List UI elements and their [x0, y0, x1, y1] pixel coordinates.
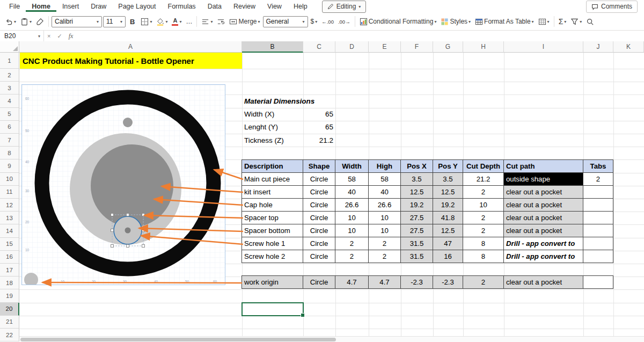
row-header-6[interactable]: 6 — [0, 121, 19, 134]
column-header-D[interactable]: D — [335, 41, 369, 53]
menu-tab-review[interactable]: Review — [228, 1, 261, 12]
table-cell[interactable]: Spacer top — [242, 212, 303, 224]
table-cell[interactable] — [583, 237, 613, 250]
more-font-options-button[interactable]: … — [184, 17, 194, 26]
merge-button[interactable]: Merge ▾ — [228, 17, 261, 27]
table-header-cell[interactable]: Pos X — [401, 160, 433, 173]
material-value[interactable]: 21.2 — [303, 134, 333, 147]
autosum-button[interactable]: Σ ▾ — [557, 16, 568, 27]
table-cell[interactable]: clear out a pocket — [504, 224, 583, 237]
cancel-icon[interactable]: × — [44, 33, 54, 39]
table-cell[interactable]: 2 — [583, 173, 613, 186]
table-header-cell[interactable]: Cut Depth — [463, 160, 504, 173]
table-cell[interactable]: 2 — [369, 237, 401, 250]
table-cell[interactable]: 12.5 — [401, 186, 433, 199]
table-cell[interactable]: 47 — [433, 237, 463, 250]
table-cell[interactable]: Circle — [303, 173, 335, 186]
table-cell[interactable]: 8 — [463, 250, 504, 263]
table-header-cell[interactable]: Width — [335, 160, 369, 173]
table-header-cell[interactable]: Description — [242, 160, 303, 173]
table-cell[interactable] — [583, 186, 613, 199]
column-header-J[interactable]: J — [583, 41, 613, 53]
table-cell[interactable]: Screw hole 1 — [242, 237, 303, 250]
menu-tab-help[interactable]: Help — [288, 1, 313, 12]
table-cell[interactable]: clear out a pocket — [504, 199, 583, 212]
table-cell[interactable]: 8 — [463, 237, 504, 250]
table-cell[interactable]: Circle — [303, 224, 335, 237]
column-header-G[interactable]: G — [433, 41, 463, 53]
row-header-9[interactable]: 9 — [0, 159, 19, 172]
row-header-12[interactable]: 12 — [0, 199, 19, 212]
table-cell[interactable]: 40 — [369, 186, 401, 199]
name-box[interactable]: B20 ▾ — [0, 31, 44, 41]
table-cell[interactable]: Drill - app convert to — [504, 250, 583, 263]
number-format-select[interactable]: General ▾ — [263, 16, 308, 27]
table-cell[interactable]: Drill - app convert to — [504, 237, 583, 250]
menu-tab-home[interactable]: Home — [26, 1, 56, 12]
row-header-11[interactable]: 11 — [0, 186, 19, 199]
fill-color-button[interactable]: ▾ — [155, 17, 169, 27]
row-header-14[interactable]: 14 — [0, 224, 19, 237]
empty-cell[interactable] — [335, 263, 369, 276]
row-header-19[interactable]: 19 — [0, 289, 19, 302]
empty-cell[interactable] — [583, 263, 613, 276]
row-header-5[interactable]: 5 — [0, 108, 19, 121]
font-size-select[interactable]: 11 ▾ — [103, 16, 126, 27]
row-header-16[interactable]: 16 — [0, 251, 19, 264]
row-header-18[interactable]: 18 — [0, 276, 19, 289]
empty-cell[interactable] — [369, 263, 401, 276]
table-cell[interactable]: 19.2 — [401, 199, 433, 212]
undo-button[interactable]: ▾ — [3, 17, 18, 27]
column-header-F[interactable]: F — [401, 41, 433, 53]
row-header-4[interactable]: 4 — [0, 94, 19, 107]
table-cell[interactable]: Circle — [303, 199, 335, 212]
table-cell[interactable]: 58 — [369, 173, 401, 186]
fx-icon[interactable]: fx — [65, 32, 77, 40]
wrap-text-button[interactable] — [215, 17, 226, 27]
increase-decimal-button[interactable]: ←.00 — [320, 18, 335, 26]
table-cell[interactable]: -2.3 — [401, 276, 433, 289]
table-cell[interactable]: Circle — [303, 276, 335, 289]
table-cell[interactable] — [583, 212, 613, 224]
select-all-corner[interactable] — [0, 41, 19, 53]
table-cell[interactable] — [583, 276, 613, 289]
table-cell[interactable] — [583, 250, 613, 263]
table-cell[interactable]: kit insert — [242, 186, 303, 199]
table-cell[interactable]: Screw hole 2 — [242, 250, 303, 263]
row-header-13[interactable]: 13 — [0, 212, 19, 224]
font-name-select[interactable]: Calibri ▾ — [52, 16, 102, 27]
editing-mode-button[interactable]: Editing ▾ — [322, 1, 367, 13]
table-cell[interactable]: 2 — [369, 250, 401, 263]
table-cell[interactable]: 19.2 — [433, 199, 463, 212]
table-cell[interactable]: 2 — [335, 237, 369, 250]
table-cell[interactable]: work origin — [242, 276, 303, 289]
table-cell[interactable]: 27.5 — [401, 224, 433, 237]
table-header-cell[interactable]: Cut path — [504, 160, 583, 173]
menu-tab-formulas[interactable]: Formulas — [162, 1, 202, 12]
row-header-2[interactable]: 2 — [0, 69, 19, 82]
menu-tab-draw[interactable]: Draw — [85, 1, 112, 12]
table-cell[interactable]: 3.5 — [401, 173, 433, 186]
sort-filter-button[interactable]: ▾ — [569, 17, 583, 27]
column-header-I[interactable]: I — [504, 41, 583, 53]
table-cell[interactable]: clear out a pocket — [504, 276, 583, 289]
conditional-formatting-button[interactable]: Conditional Formatting ▾ — [358, 17, 438, 27]
table-cell[interactable]: clear out a pocket — [504, 212, 583, 224]
table-cell[interactable]: 31.5 — [401, 250, 433, 263]
table-cell[interactable]: outside shape — [504, 173, 583, 186]
empty-cell[interactable] — [242, 263, 303, 276]
empty-cell[interactable] — [504, 263, 583, 276]
menu-tab-view[interactable]: View — [261, 1, 288, 12]
table-cell[interactable]: 2 — [335, 250, 369, 263]
row-header-15[interactable]: 15 — [0, 238, 19, 251]
menu-tab-page-layout[interactable]: Page Layout — [112, 1, 162, 12]
table-header-cell[interactable]: High — [369, 160, 401, 173]
table-cell[interactable]: 12.5 — [433, 224, 463, 237]
table-cell[interactable]: 2 — [463, 186, 504, 199]
table-cell[interactable]: 2 — [463, 276, 504, 289]
paste-button[interactable]: ▾ — [19, 17, 33, 27]
bold-button[interactable]: B — [127, 17, 138, 27]
menu-tab-file[interactable]: File — [3, 1, 26, 12]
row-header-10[interactable]: 10 — [0, 173, 19, 186]
currency-button[interactable]: $ ▾ — [309, 17, 319, 26]
